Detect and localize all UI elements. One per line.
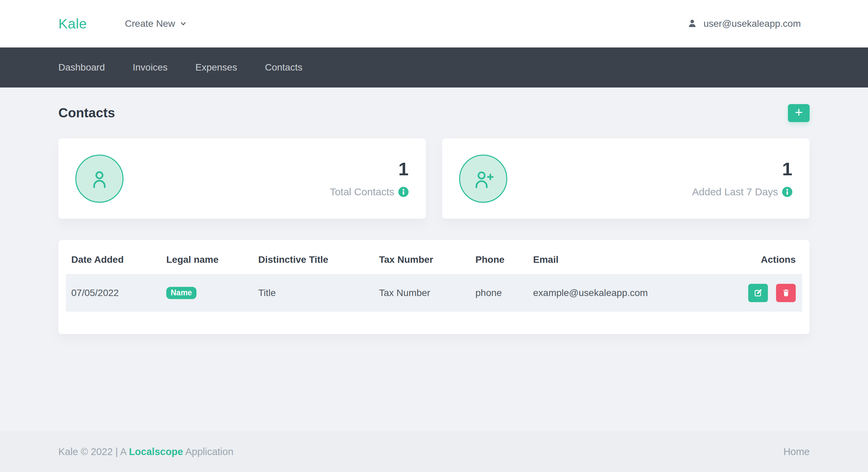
edit-icon [753, 288, 763, 298]
edit-button[interactable] [748, 284, 768, 302]
app-root: Kale Create New user@usekaleapp.com Dash… [0, 0, 868, 472]
contacts-table-card: Date Added Legal name Distinctive Title … [58, 240, 810, 334]
legal-name-badge: Name [166, 287, 196, 299]
person-plus-icon [471, 166, 495, 191]
plus-icon: + [795, 105, 803, 119]
col-header-distinctive-title: Distinctive Title [253, 240, 374, 274]
stat-label-added-last-7-days: Added Last 7 Days [692, 186, 778, 198]
stat-card-total-contacts: 1 Total Contacts [58, 138, 426, 219]
create-new-dropdown[interactable]: Create New [125, 18, 187, 29]
table-row: 07/05/2022 Name Title Tax Number phone e… [66, 274, 802, 312]
brand-logo[interactable]: Kale [58, 16, 87, 32]
stat-value-total-contacts: 1 [330, 160, 409, 178]
home-link[interactable]: Home [784, 446, 810, 457]
page-header-row: Contacts + [58, 87, 810, 123]
avatar [75, 155, 124, 203]
cell-tax-number: Tax Number [374, 274, 470, 312]
nav-item-expenses[interactable]: Expenses [195, 62, 237, 73]
cell-phone: phone [470, 274, 528, 312]
copyright-suffix: Application [183, 446, 233, 457]
cell-distinctive-title: Title [253, 274, 374, 312]
avatar [459, 155, 507, 203]
stat-card-added-last-7-days: 1 Added Last 7 Days [442, 138, 810, 219]
table-header-row: Date Added Legal name Distinctive Title … [66, 240, 802, 274]
user-menu[interactable]: user@usekaleapp.com [686, 18, 810, 29]
cell-legal-name: Name [161, 274, 253, 312]
col-header-date-added: Date Added [66, 240, 161, 274]
top-header: Kale Create New user@usekaleapp.com [0, 0, 868, 47]
footer: Kale © 2022 | A Localscope Application H… [0, 431, 868, 472]
stat-label-total-contacts: Total Contacts [330, 186, 394, 198]
col-header-legal-name: Legal name [161, 240, 253, 274]
create-new-label: Create New [125, 18, 175, 29]
col-header-tax-number: Tax Number [374, 240, 470, 274]
page-title: Contacts [58, 105, 115, 120]
info-icon[interactable] [782, 187, 792, 197]
col-header-phone: Phone [470, 240, 528, 274]
copyright-text: Kale © 2022 | A Localscope Application [58, 446, 233, 457]
cell-email: example@usekaleapp.com [528, 274, 734, 312]
user-email: user@usekaleapp.com [703, 18, 801, 29]
delete-button[interactable] [776, 284, 796, 302]
chevron-down-icon [180, 20, 187, 27]
user-icon [686, 18, 698, 29]
person-icon [87, 166, 112, 191]
nav-item-contacts[interactable]: Contacts [265, 62, 303, 73]
col-header-email: Email [528, 240, 734, 274]
localscope-link[interactable]: Localscope [129, 446, 183, 457]
main-nav: Dashboard Invoices Expenses Contacts [0, 47, 868, 87]
nav-item-invoices[interactable]: Invoices [133, 62, 168, 73]
info-icon[interactable] [398, 187, 409, 197]
trash-icon [781, 288, 791, 297]
cell-actions [734, 274, 802, 312]
contacts-table: Date Added Legal name Distinctive Title … [66, 240, 802, 312]
add-contact-button[interactable]: + [788, 104, 810, 122]
copyright-prefix: Kale © 2022 | A [58, 446, 129, 457]
stat-value-added-last-7-days: 1 [692, 160, 793, 178]
main-content: Contacts + 1 Total [0, 87, 868, 431]
stat-cards-row: 1 Total Contacts [58, 138, 810, 219]
cell-date-added: 07/05/2022 [66, 274, 161, 312]
col-header-actions: Actions [734, 240, 802, 274]
nav-item-dashboard[interactable]: Dashboard [58, 62, 105, 73]
